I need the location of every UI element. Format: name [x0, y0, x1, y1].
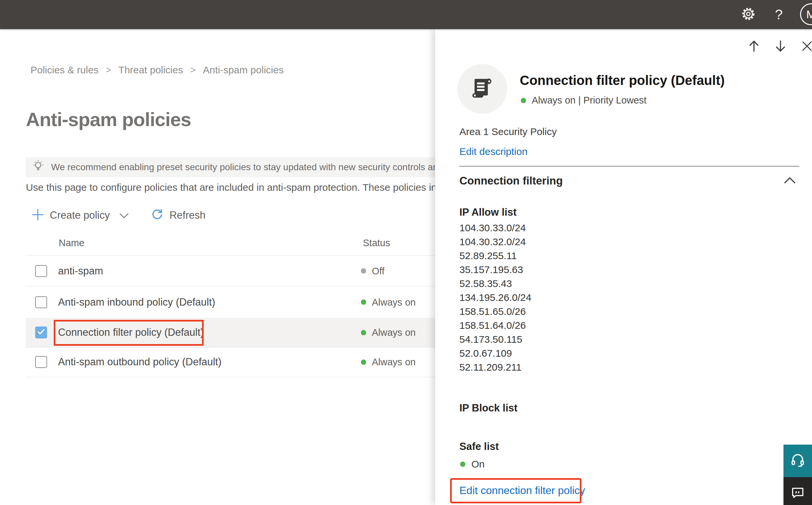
page-title: Anti-spam policies — [26, 108, 191, 130]
policy-name-link[interactable]: Anti-spam outbound policy (Default) — [58, 356, 222, 368]
previous-item-button[interactable] — [745, 38, 763, 56]
breadcrumb-separator-icon: > — [106, 65, 111, 75]
app-top-bar: ? M — [0, 0, 812, 29]
row-checkbox[interactable] — [35, 356, 47, 368]
policy-name-link[interactable]: anti-spam — [58, 265, 103, 277]
ip-allow-item: 52.58.35.43 — [459, 277, 532, 291]
status-label: Always on — [372, 357, 416, 368]
ip-allow-item: 158.51.64.0/26 — [459, 319, 532, 332]
refresh-button[interactable]: Refresh — [150, 208, 206, 223]
ip-allow-item: 35.157.195.63 — [459, 263, 532, 277]
policy-name-link[interactable]: Connection filter policy (Default) — [58, 327, 204, 338]
next-item-button[interactable] — [772, 38, 789, 56]
breadcrumb-anti-spam-policies[interactable]: Anti-spam policies — [203, 64, 283, 76]
row-checkbox[interactable] — [35, 296, 47, 308]
avatar-initial: M — [806, 8, 812, 21]
create-policy-label: Create policy — [50, 209, 110, 221]
plus-icon — [31, 208, 44, 223]
account-avatar[interactable]: M — [800, 3, 812, 25]
arrow-up-icon — [747, 39, 761, 55]
banner-text: We recommend enabling preset security po… — [51, 162, 500, 173]
row-checkbox[interactable] — [35, 265, 47, 277]
ip-allow-item: 54.173.50.115 — [459, 332, 532, 346]
breadcrumb-separator-icon: > — [190, 65, 196, 75]
row-status: Always on — [361, 297, 416, 308]
support-button[interactable] — [784, 445, 812, 477]
arrow-down-icon — [773, 39, 788, 55]
edit-connection-filter-policy-link[interactable]: Edit connection filter policy — [459, 484, 585, 497]
gear-icon — [741, 6, 756, 23]
panel-status-line: Always on | Priority Lowest — [521, 95, 646, 106]
section-connection-filtering[interactable]: Connection filtering — [459, 175, 563, 187]
list-toolbar: Create policy Refresh — [31, 206, 205, 225]
status-dot-on — [361, 300, 366, 305]
policy-name-link[interactable]: Anti-spam inbound policy (Default) — [58, 296, 215, 308]
status-dot-off — [361, 269, 366, 274]
close-icon — [800, 39, 812, 54]
status-label: Off — [372, 266, 384, 277]
ip-allow-item: 52.11.209.211 — [459, 360, 532, 374]
lightbulb-icon — [31, 159, 45, 176]
policy-icon-circle — [457, 64, 507, 114]
safe-list-heading: Safe list — [459, 441, 499, 453]
refresh-icon — [150, 208, 164, 223]
safe-list-status-label: On — [471, 459, 484, 470]
breadcrumb: Policies & rules > Threat policies > Ant… — [30, 64, 283, 76]
scroll-policy-icon — [469, 75, 495, 103]
status-dot-on — [361, 330, 366, 335]
row-status: Off — [361, 266, 384, 277]
page-description: Use this page to configure policies that… — [26, 182, 460, 193]
help-icon: ? — [775, 7, 783, 23]
settings-button[interactable] — [738, 0, 758, 29]
close-panel-button[interactable] — [798, 38, 812, 56]
panel-status-text: Always on | Priority Lowest — [532, 95, 646, 106]
chevron-up-icon[interactable] — [784, 177, 796, 186]
row-status: Always on — [361, 357, 416, 368]
refresh-label: Refresh — [170, 209, 206, 221]
edit-description-link[interactable]: Edit description — [459, 146, 528, 157]
ip-allow-item: 134.195.26.0/24 — [459, 291, 532, 305]
check-icon — [37, 328, 45, 336]
policy-description: Area 1 Security Policy — [459, 126, 557, 137]
status-label: Always on — [372, 327, 416, 338]
status-label: Always on — [372, 297, 416, 308]
breadcrumb-policies-rules[interactable]: Policies & rules — [30, 64, 98, 76]
ip-allow-list: 104.30.33.0/24 104.30.32.0/24 52.89.255.… — [459, 221, 532, 374]
status-dot-on — [361, 359, 366, 365]
feedback-button[interactable] — [784, 477, 812, 505]
status-dot-on — [521, 98, 526, 103]
create-policy-button[interactable]: Create policy — [31, 208, 129, 223]
ip-allow-item: 104.30.32.0/24 — [459, 235, 532, 249]
panel-divider — [459, 166, 799, 167]
panel-title: Connection filter policy (Default) — [520, 73, 725, 88]
breadcrumb-threat-policies[interactable]: Threat policies — [119, 64, 183, 76]
ip-block-list-heading: IP Block list — [459, 402, 518, 414]
details-panel: Connection filter policy (Default) Alway… — [435, 29, 812, 505]
row-checkbox-checked[interactable] — [35, 327, 47, 338]
ip-allow-item: 104.30.33.0/24 — [459, 221, 532, 235]
status-dot-on — [460, 462, 465, 467]
ip-allow-list-heading: IP Allow list — [459, 206, 517, 218]
anti-spam-policies-page: ? M Policies & rules > Threat policies >… — [0, 0, 812, 505]
ip-allow-item: 52.0.67.109 — [459, 346, 532, 360]
safe-list-status: On — [460, 459, 484, 470]
ip-allow-item: 158.51.65.0/26 — [459, 305, 532, 319]
ip-allow-item: 52.89.255.11 — [459, 249, 532, 263]
chevron-down-icon — [119, 213, 129, 220]
feedback-bubble-icon — [790, 485, 805, 502]
headset-icon — [789, 452, 806, 470]
column-header-name[interactable]: Name — [59, 237, 84, 248]
help-button[interactable]: ? — [769, 0, 789, 29]
column-header-status[interactable]: Status — [363, 237, 390, 248]
row-status: Always on — [361, 327, 416, 338]
